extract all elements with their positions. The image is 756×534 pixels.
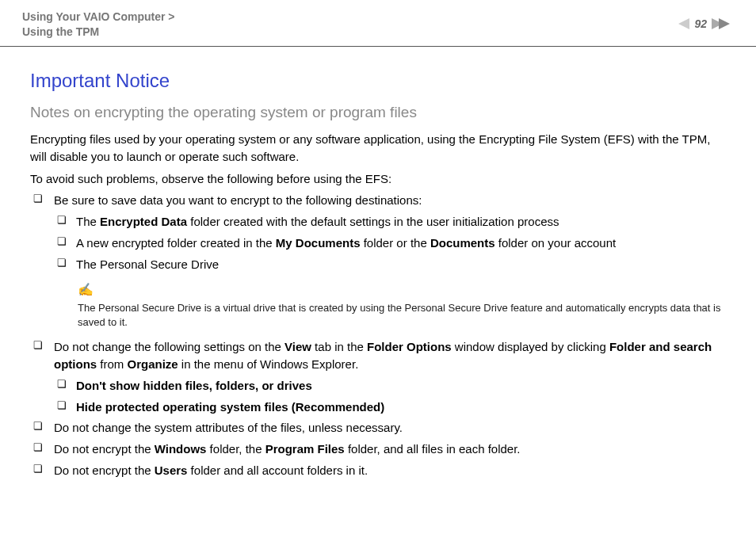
text: folder, and all files in each folder.: [345, 442, 521, 456]
text: folder on your account: [495, 236, 617, 250]
list-text: Be sure to save data you want to encrypt…: [54, 193, 422, 207]
text: window displayed by clicking: [452, 340, 609, 353]
bold-text: Don't show hidden files, folders, or dri…: [76, 379, 312, 392]
text: folder created with the default settings…: [187, 215, 559, 228]
sub-list: Don't show hidden files, folders, or dri…: [54, 377, 726, 416]
list-item: Do not change the following settings on …: [30, 338, 726, 415]
bold-text: Encrypted Data: [100, 215, 187, 228]
list-item: Hide protected operating system files (R…: [54, 399, 726, 416]
text: The Personal Secure Drive: [76, 257, 219, 271]
section-subtitle: Notes on encrypting the operating system…: [30, 101, 726, 124]
text: tab in the: [311, 340, 367, 353]
breadcrumb-line-1: Using Your VAIO Computer >: [22, 10, 175, 25]
note-text: The Personal Secure Drive is a virtual d…: [78, 301, 726, 331]
text: Do not encrypt the: [54, 442, 155, 456]
sub-list: The Encrypted Data folder created with t…: [54, 213, 726, 273]
text: Do not encrypt the: [54, 463, 155, 477]
bold-text: Documents: [430, 236, 495, 250]
intro-paragraph-1: Encrypting files used by your operating …: [30, 131, 726, 166]
content-area: Important Notice Notes on encrypting the…: [0, 47, 756, 499]
text: folder, the: [206, 442, 265, 456]
page-title: Important Notice: [30, 67, 726, 95]
bold-text: Hide protected operating system files (R…: [76, 400, 384, 414]
breadcrumb: Using Your VAIO Computer > Using the TPM: [22, 10, 175, 40]
bold-text: Program Files: [265, 442, 345, 456]
list-item: The Encrypted Data folder created with t…: [54, 213, 726, 231]
bold-text: Organize: [128, 357, 178, 371]
list-item: Don't show hidden files, folders, or dri…: [54, 377, 726, 395]
bold-text: Users: [155, 463, 188, 477]
main-list: Be sure to save data you want to encrypt…: [30, 192, 726, 479]
note-block: ✍ The Personal Secure Drive is a virtual…: [78, 280, 726, 330]
breadcrumb-line-2: Using the TPM: [22, 25, 175, 40]
next-page-icon-2[interactable]: [719, 18, 730, 29]
text: from: [97, 357, 127, 371]
text: The: [76, 215, 100, 228]
prev-page-icon[interactable]: [678, 18, 689, 29]
page-header: Using Your VAIO Computer > Using the TPM…: [0, 0, 756, 47]
note-icon: ✍: [78, 283, 94, 296]
text: A new encrypted folder created in the: [76, 236, 276, 250]
list-item: Do not encrypt the Users folder and all …: [30, 462, 726, 479]
list-item: Do not change the system attributes of t…: [30, 419, 726, 437]
intro-paragraph-2: To avoid such problems, observe the foll…: [30, 170, 726, 188]
page-number: 92: [694, 17, 707, 30]
bold-text: View: [284, 340, 311, 353]
list-item: Do not encrypt the Windows folder, the P…: [30, 441, 726, 458]
text: Do not change the system attributes of t…: [54, 421, 403, 434]
text: folder and all account folders in it.: [187, 463, 368, 477]
bold-text: My Documents: [276, 236, 361, 250]
bold-text: Folder Options: [367, 340, 452, 353]
text: Do not change the following settings on …: [54, 340, 284, 353]
bold-text: Windows: [155, 442, 207, 456]
text: in the menu of Windows Explorer.: [178, 357, 359, 371]
list-item: Be sure to save data you want to encrypt…: [30, 192, 726, 330]
list-item: A new encrypted folder created in the My…: [54, 235, 726, 252]
pager: 92: [678, 17, 734, 30]
text: folder or the: [361, 236, 430, 250]
list-item: The Personal Secure Drive: [54, 256, 726, 273]
